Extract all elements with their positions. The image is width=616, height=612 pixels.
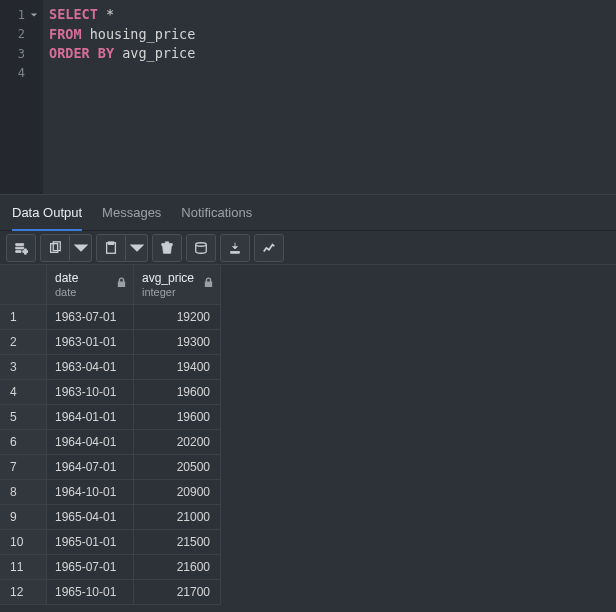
row-number: 5 (0, 405, 47, 430)
column-header-avg-price[interactable]: avg_price integer (134, 265, 221, 305)
tab-data-output[interactable]: Data Output (12, 196, 82, 231)
table-row[interactable]: 91965-04-0121000 (0, 505, 616, 530)
row-number: 11 (0, 555, 47, 580)
column-type: date (55, 285, 76, 299)
table-row[interactable]: 101965-01-0121500 (0, 530, 616, 555)
table-row[interactable]: 111965-07-0121600 (0, 555, 616, 580)
cell-date[interactable]: 1965-04-01 (47, 505, 134, 530)
cell-avg-price[interactable]: 21700 (134, 580, 221, 605)
code-line[interactable]: SELECT * (49, 5, 610, 25)
copy-dropdown-button[interactable] (70, 234, 92, 262)
paste-dropdown-button[interactable] (126, 234, 148, 262)
table-row[interactable]: 41963-10-0119600 (0, 380, 616, 405)
cell-date[interactable]: 1965-01-01 (47, 530, 134, 555)
table-row[interactable]: 71964-07-0120500 (0, 455, 616, 480)
tab-notifications[interactable]: Notifications (181, 195, 252, 230)
copy-button[interactable] (40, 234, 70, 262)
column-name: avg_price (142, 271, 194, 285)
result-tabs: Data OutputMessagesNotifications (0, 195, 616, 231)
row-number: 8 (0, 480, 47, 505)
cell-date[interactable]: 1964-10-01 (47, 480, 134, 505)
cell-avg-price[interactable]: 20500 (134, 455, 221, 480)
sql-editor[interactable]: 1234 SELECT *FROM housing_priceORDER BY … (0, 0, 616, 195)
result-grid: date date avg_price integer 11963-07-011… (0, 265, 616, 605)
code-line[interactable]: FROM housing_price (49, 25, 610, 45)
cell-avg-price[interactable]: 21000 (134, 505, 221, 530)
code-line[interactable]: ORDER BY avg_price (49, 44, 610, 64)
row-number: 1 (0, 305, 47, 330)
cell-avg-price[interactable]: 19400 (134, 355, 221, 380)
row-number: 3 (0, 355, 47, 380)
cell-date[interactable]: 1965-07-01 (47, 555, 134, 580)
cell-avg-price[interactable]: 21600 (134, 555, 221, 580)
cell-date[interactable]: 1965-10-01 (47, 580, 134, 605)
cell-date[interactable]: 1964-07-01 (47, 455, 134, 480)
cell-date[interactable]: 1963-01-01 (47, 330, 134, 355)
table-row[interactable]: 51964-01-0119600 (0, 405, 616, 430)
row-number: 7 (0, 455, 47, 480)
table-row[interactable]: 21963-01-0119300 (0, 330, 616, 355)
gutter-line: 2 (0, 25, 43, 45)
save-data-button[interactable] (186, 234, 216, 262)
add-row-button[interactable] (6, 234, 36, 262)
cell-avg-price[interactable]: 19200 (134, 305, 221, 330)
download-button[interactable] (220, 234, 250, 262)
delete-button[interactable] (152, 234, 182, 262)
cell-date[interactable]: 1963-10-01 (47, 380, 134, 405)
table-row[interactable]: 11963-07-0119200 (0, 305, 616, 330)
result-toolbar (0, 231, 616, 265)
row-number: 9 (0, 505, 47, 530)
row-number-header (0, 265, 47, 305)
cell-avg-price[interactable]: 19300 (134, 330, 221, 355)
lock-icon (203, 277, 214, 291)
cell-avg-price[interactable]: 21500 (134, 530, 221, 555)
graph-button[interactable] (254, 234, 284, 262)
cell-avg-price[interactable]: 20200 (134, 430, 221, 455)
cell-date[interactable]: 1963-04-01 (47, 355, 134, 380)
row-number: 10 (0, 530, 47, 555)
tab-messages[interactable]: Messages (102, 195, 161, 230)
row-number: 6 (0, 430, 47, 455)
editor-code[interactable]: SELECT *FROM housing_priceORDER BY avg_p… (43, 0, 616, 194)
paste-button[interactable] (96, 234, 126, 262)
column-header-date[interactable]: date date (47, 265, 134, 305)
gutter-line: 1 (0, 5, 43, 25)
cell-date[interactable]: 1963-07-01 (47, 305, 134, 330)
row-number: 4 (0, 380, 47, 405)
svg-rect-3 (108, 241, 113, 244)
table-row[interactable]: 61964-04-0120200 (0, 430, 616, 455)
cell-date[interactable]: 1964-04-01 (47, 430, 134, 455)
cell-avg-price[interactable]: 20900 (134, 480, 221, 505)
table-row[interactable]: 121965-10-0121700 (0, 580, 616, 605)
column-type: integer (142, 285, 176, 299)
row-number: 12 (0, 580, 47, 605)
gutter-line: 4 (0, 64, 43, 84)
lock-icon (116, 277, 127, 291)
table-row[interactable]: 81964-10-0120900 (0, 480, 616, 505)
gutter-line: 3 (0, 44, 43, 64)
cell-avg-price[interactable]: 19600 (134, 405, 221, 430)
row-number: 2 (0, 330, 47, 355)
column-name: date (55, 271, 78, 285)
cell-date[interactable]: 1964-01-01 (47, 405, 134, 430)
grid-header: date date avg_price integer (0, 265, 616, 305)
editor-gutter: 1234 (0, 0, 43, 194)
cell-avg-price[interactable]: 19600 (134, 380, 221, 405)
table-row[interactable]: 31963-04-0119400 (0, 355, 616, 380)
